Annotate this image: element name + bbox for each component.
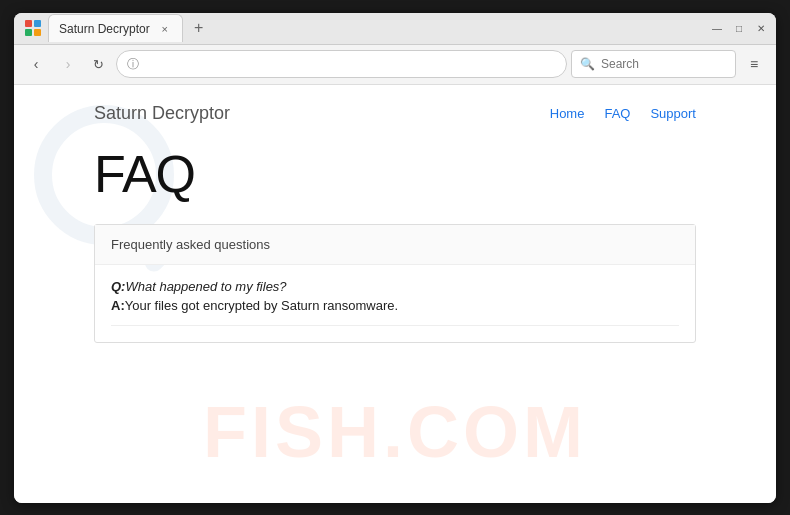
nav-home[interactable]: Home (550, 106, 585, 121)
back-button[interactable]: ‹ (22, 50, 50, 78)
new-tab-button[interactable]: + (187, 16, 211, 40)
active-tab[interactable]: Saturn Decryptor × (48, 14, 183, 42)
svg-rect-0 (25, 20, 32, 27)
search-icon: 🔍 (580, 57, 595, 71)
site-title: Saturn Decryptor (94, 103, 230, 124)
search-bar[interactable]: 🔍 (571, 50, 736, 78)
svg-rect-2 (25, 29, 32, 36)
faq-body: Q:What happened to my files? A:Your file… (95, 265, 695, 342)
browser-logo (22, 17, 44, 39)
q-label: Q: (111, 279, 125, 294)
a-text: Your files got encrypted by Saturn ranso… (125, 298, 398, 313)
svg-rect-3 (34, 29, 41, 36)
a-label: A: (111, 298, 125, 313)
nav-bar: ‹ › ↻ ⓘ 🔍 ≡ (14, 45, 776, 85)
address-bar[interactable]: ⓘ (116, 50, 567, 78)
tab-title: Saturn Decryptor (59, 22, 150, 36)
q-text: What happened to my files? (125, 279, 286, 294)
minimize-button[interactable]: — (710, 21, 724, 35)
faq-box: Frequently asked questions Q:What happen… (94, 224, 696, 343)
page-heading: FAQ (94, 144, 696, 204)
close-button[interactable]: ✕ (754, 21, 768, 35)
tab-close-button[interactable]: × (158, 22, 172, 36)
reload-button[interactable]: ↻ (86, 52, 110, 76)
title-bar: Saturn Decryptor × + — □ ✕ (14, 13, 776, 45)
svg-rect-1 (34, 20, 41, 27)
page-content: FISH.COM Saturn Decryptor Home FAQ Suppo… (14, 85, 776, 503)
address-bar-wrapper: ↻ ⓘ (86, 50, 567, 78)
search-input[interactable] (601, 57, 727, 71)
faq-answer: A:Your files got encrypted by Saturn ran… (111, 298, 679, 313)
address-info-icon: ⓘ (127, 56, 139, 73)
watermark-text: FISH.COM (203, 391, 587, 473)
maximize-button[interactable]: □ (732, 21, 746, 35)
site-header: Saturn Decryptor Home FAQ Support (14, 85, 776, 134)
site-nav: Home FAQ Support (550, 106, 696, 121)
browser-window: Saturn Decryptor × + — □ ✕ ‹ › ↻ ⓘ 🔍 ≡ (14, 13, 776, 503)
menu-button[interactable]: ≡ (740, 50, 768, 78)
faq-section-header: Frequently asked questions (95, 225, 695, 265)
faq-divider (111, 325, 679, 326)
faq-question: Q:What happened to my files? (111, 279, 679, 294)
page-main: FAQ Frequently asked questions Q:What ha… (14, 134, 776, 389)
window-controls: — □ ✕ (710, 21, 768, 35)
nav-support[interactable]: Support (650, 106, 696, 121)
nav-faq[interactable]: FAQ (604, 106, 630, 121)
forward-button: › (54, 50, 82, 78)
